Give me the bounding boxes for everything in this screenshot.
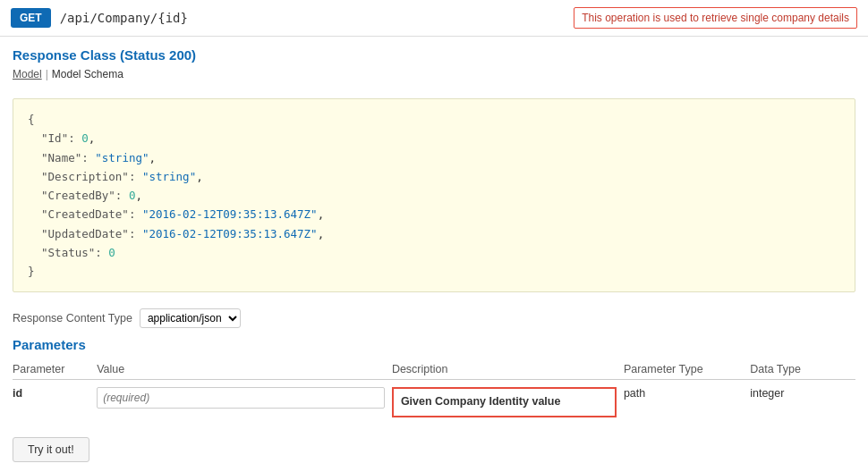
- endpoint-info: GET /api/Company/{id}: [11, 8, 188, 28]
- json-open-bracket: {: [28, 113, 35, 126]
- json-name-value: "string": [95, 151, 149, 164]
- endpoint-path: /api/Company/{id}: [60, 11, 188, 25]
- json-createdby-key: "CreatedBy":: [41, 189, 129, 202]
- content-type-row: Response Content Type application/json t…: [0, 301, 868, 337]
- json-status-value: 0: [108, 246, 115, 259]
- response-class-section: Response Class (Status 200) Model | Mode…: [0, 37, 868, 98]
- response-class-title: Response Class (Status 200): [13, 47, 855, 63]
- json-id-value: 0: [81, 131, 89, 145]
- param-type-cell: path: [624, 380, 750, 425]
- json-comma-1: ,: [89, 131, 96, 145]
- param-name: id: [13, 387, 22, 400]
- model-tabs: Model | Model Schema: [13, 68, 855, 80]
- json-description-key: "Description":: [41, 170, 142, 183]
- params-table-header: Parameter Value Description Parameter Ty…: [13, 359, 855, 380]
- parameters-table: Parameter Value Description Parameter Ty…: [13, 359, 855, 425]
- col-header-value: Value: [97, 359, 392, 380]
- param-description-cell: Given Company Identity value: [392, 380, 624, 425]
- json-close-bracket: }: [28, 265, 35, 278]
- parameters-title: Parameters: [13, 337, 855, 352]
- json-createddate-key: "CreatedDate":: [41, 207, 142, 221]
- top-bar: GET /api/Company/{id} This operation is …: [0, 0, 868, 37]
- content-type-label: Response Content Type: [13, 312, 132, 324]
- json-updateddate-key: "UpdatedDate":: [41, 227, 142, 240]
- param-value-cell[interactable]: [97, 380, 392, 425]
- json-createddate-value: "2016-02-12T09:35:13.647Z": [142, 207, 318, 221]
- try-it-out-button[interactable]: Try it out!: [13, 437, 89, 462]
- json-comma-3: ,: [196, 170, 203, 183]
- col-header-param: Parameter: [13, 359, 97, 380]
- content-type-select[interactable]: application/json text/xml: [140, 308, 241, 328]
- json-status-key: "Status":: [41, 246, 108, 259]
- try-btn-row: Try it out!: [0, 425, 868, 472]
- data-type-cell: integer: [750, 380, 855, 425]
- table-row: id Given Company Identity value path int…: [13, 380, 855, 425]
- model-separator: |: [46, 68, 48, 80]
- method-badge: GET: [11, 8, 51, 28]
- param-name-cell: id: [13, 380, 97, 425]
- json-name-key: "Name":: [41, 151, 95, 164]
- json-comma-6: ,: [318, 227, 325, 240]
- json-comma-4: ,: [135, 189, 142, 202]
- json-updateddate-value: "2016-02-12T09:35:13.647Z": [142, 227, 318, 240]
- json-id-key: "Id":: [41, 131, 81, 145]
- col-header-param-type: Parameter Type: [624, 359, 750, 380]
- parameters-section: Parameters Parameter Value Description P…: [0, 337, 868, 425]
- col-header-data-type: Data Type: [750, 359, 855, 380]
- operation-description: This operation is used to retrieve singl…: [574, 7, 857, 29]
- json-comma-2: ,: [149, 151, 157, 164]
- json-comma-5: ,: [318, 207, 325, 221]
- model-schema-tab[interactable]: Model Schema: [52, 68, 123, 80]
- model-tab[interactable]: Model: [13, 68, 42, 80]
- json-schema-box: { "Id": 0, "Name": "string", "Descriptio…: [13, 98, 855, 292]
- json-description-value: "string": [142, 170, 196, 183]
- param-description: Given Company Identity value: [392, 387, 617, 417]
- col-header-description: Description: [392, 359, 624, 380]
- param-value-input[interactable]: [97, 387, 385, 409]
